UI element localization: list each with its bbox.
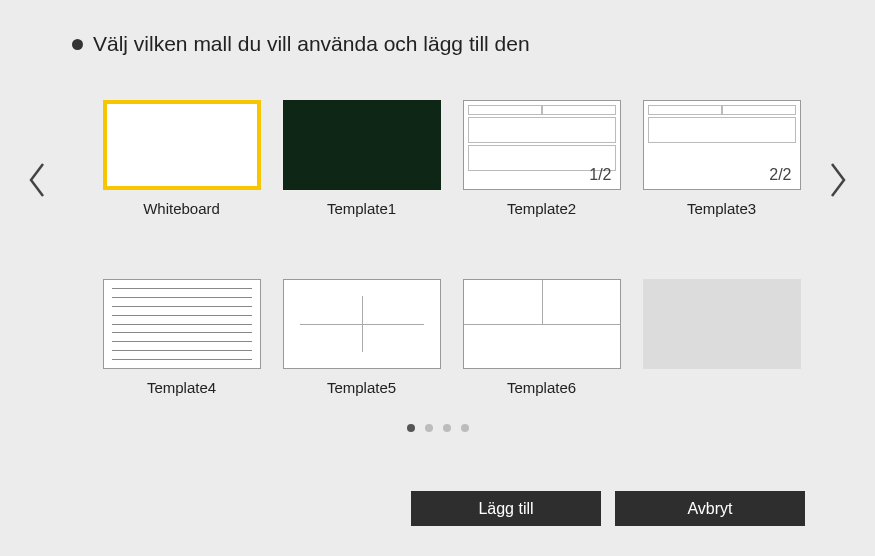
template-tile-5[interactable]: Template5 xyxy=(283,279,441,396)
template-tile-4[interactable]: Template4 xyxy=(103,279,261,396)
dialog-header: Välj vilken mall du vill använda och läg… xyxy=(0,0,875,56)
template-thumb xyxy=(463,279,621,369)
page-indicator: 1/2 xyxy=(589,166,611,184)
template-thumb: 1/2 xyxy=(463,100,621,190)
template-label: Template3 xyxy=(687,200,756,217)
template-thumb xyxy=(283,100,441,190)
page-indicator: 2/2 xyxy=(769,166,791,184)
template-tile-3[interactable]: 2/2 Template3 xyxy=(643,100,801,217)
template-tile-1[interactable]: Template1 xyxy=(283,100,441,217)
add-button[interactable]: Lägg till xyxy=(411,491,601,526)
template-tile-6[interactable]: Template6 xyxy=(463,279,621,396)
dialog-title: Välj vilken mall du vill använda och läg… xyxy=(93,32,530,56)
template-carousel: Whiteboard Template1 1/2 Template2 xyxy=(0,100,875,396)
template-label: Template4 xyxy=(147,379,216,396)
template-thumb xyxy=(283,279,441,369)
page-dot-3[interactable] xyxy=(443,424,451,432)
page-dot-2[interactable] xyxy=(425,424,433,432)
page-dot-4[interactable] xyxy=(461,424,469,432)
template-grid: Whiteboard Template1 1/2 Template2 xyxy=(88,100,815,396)
template-thumb xyxy=(103,100,261,190)
template-label: Template1 xyxy=(327,200,396,217)
pagination-dots xyxy=(0,424,875,432)
template-tile-whiteboard[interactable]: Whiteboard xyxy=(103,100,261,217)
bullet-icon xyxy=(72,39,83,50)
template-thumb xyxy=(643,279,801,369)
template-label: Template6 xyxy=(507,379,576,396)
template-thumb xyxy=(103,279,261,369)
template-tile-2[interactable]: 1/2 Template2 xyxy=(463,100,621,217)
template-label: Template2 xyxy=(507,200,576,217)
dialog-footer: Lägg till Avbryt xyxy=(411,491,805,526)
template-label: Template5 xyxy=(327,379,396,396)
page-dot-1[interactable] xyxy=(407,424,415,432)
template-tile-placeholder[interactable] xyxy=(643,279,801,396)
cancel-button[interactable]: Avbryt xyxy=(615,491,805,526)
template-thumb: 2/2 xyxy=(643,100,801,190)
template-label: Whiteboard xyxy=(143,200,220,217)
